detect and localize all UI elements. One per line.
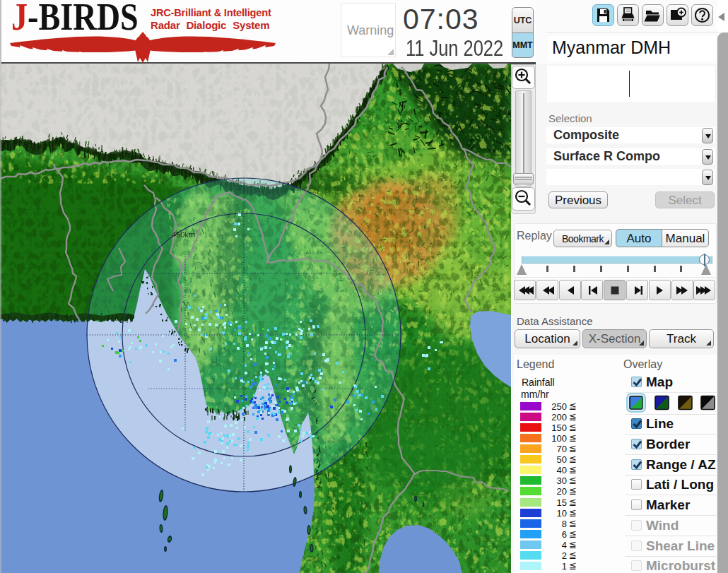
- svg-text:450km: 450km: [172, 230, 195, 239]
